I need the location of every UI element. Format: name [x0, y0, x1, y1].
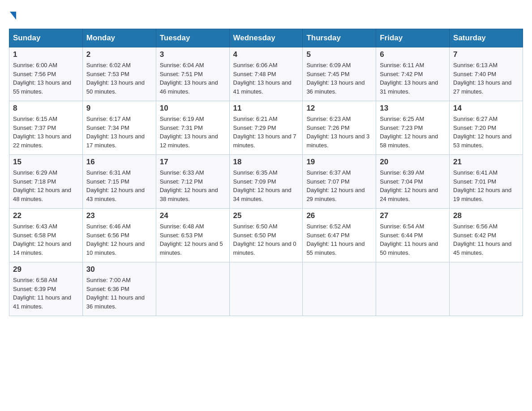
- calendar-cell: 11 Sunrise: 6:21 AMSunset: 7:29 PMDaylig…: [229, 101, 303, 155]
- day-number: 4: [233, 50, 299, 59]
- calendar-cell: 2 Sunrise: 6:02 AMSunset: 7:53 PMDayligh…: [82, 47, 156, 101]
- calendar-cell: 21 Sunrise: 6:41 AMSunset: 7:01 PMDaylig…: [450, 155, 523, 209]
- day-info: Sunrise: 6:58 AMSunset: 6:39 PMDaylight:…: [13, 276, 79, 311]
- header-monday: Monday: [82, 29, 156, 47]
- day-number: 17: [160, 158, 226, 167]
- logo-block: [9, 9, 16, 20]
- day-number: 9: [86, 104, 152, 113]
- day-number: 20: [380, 158, 446, 167]
- calendar-week-1: 1 Sunrise: 6:00 AMSunset: 7:56 PMDayligh…: [9, 47, 523, 101]
- calendar-week-5: 29 Sunrise: 6:58 AMSunset: 6:39 PMDaylig…: [9, 262, 523, 316]
- calendar-cell: 14 Sunrise: 6:27 AMSunset: 7:20 PMDaylig…: [450, 101, 523, 155]
- calendar-cell: 5 Sunrise: 6:09 AMSunset: 7:45 PMDayligh…: [303, 47, 376, 101]
- day-info: Sunrise: 6:02 AMSunset: 7:53 PMDaylight:…: [86, 61, 152, 96]
- calendar-cell: 25 Sunrise: 6:50 AMSunset: 6:50 PMDaylig…: [229, 209, 303, 262]
- day-info: Sunrise: 6:29 AMSunset: 7:18 PMDaylight:…: [13, 168, 79, 203]
- calendar-cell: 6 Sunrise: 6:11 AMSunset: 7:42 PMDayligh…: [376, 47, 450, 101]
- day-number: 6: [380, 50, 446, 59]
- day-info: Sunrise: 6:04 AMSunset: 7:51 PMDaylight:…: [160, 61, 226, 96]
- day-number: 27: [380, 211, 446, 220]
- day-info: Sunrise: 6:41 AMSunset: 7:01 PMDaylight:…: [453, 168, 519, 203]
- day-number: 1: [13, 50, 79, 59]
- calendar-header-row: SundayMondayTuesdayWednesdayThursdayFrid…: [9, 29, 523, 47]
- logo-arrow-icon: [10, 12, 16, 20]
- calendar-cell: 17 Sunrise: 6:33 AMSunset: 7:12 PMDaylig…: [156, 155, 229, 209]
- calendar-cell: 3 Sunrise: 6:04 AMSunset: 7:51 PMDayligh…: [156, 47, 229, 101]
- calendar-cell: 28 Sunrise: 6:56 AMSunset: 6:42 PMDaylig…: [450, 209, 523, 262]
- day-number: 15: [13, 158, 79, 167]
- calendar-cell: 20 Sunrise: 6:39 AMSunset: 7:04 PMDaylig…: [376, 155, 450, 209]
- header-wednesday: Wednesday: [229, 29, 303, 47]
- day-info: Sunrise: 6:00 AMSunset: 7:56 PMDaylight:…: [13, 61, 79, 96]
- day-info: Sunrise: 6:54 AMSunset: 6:44 PMDaylight:…: [380, 222, 446, 257]
- calendar-cell: 7 Sunrise: 6:13 AMSunset: 7:40 PMDayligh…: [450, 47, 523, 101]
- calendar-cell: [376, 262, 450, 316]
- day-info: Sunrise: 6:37 AMSunset: 7:07 PMDaylight:…: [306, 168, 372, 203]
- logo-top-row: [9, 9, 16, 20]
- day-number: 21: [453, 158, 519, 167]
- calendar-cell: 27 Sunrise: 6:54 AMSunset: 6:44 PMDaylig…: [376, 209, 450, 262]
- day-number: 19: [306, 158, 372, 167]
- day-info: Sunrise: 6:50 AMSunset: 6:50 PMDaylight:…: [233, 222, 299, 257]
- day-info: Sunrise: 6:15 AMSunset: 7:37 PMDaylight:…: [13, 115, 79, 150]
- calendar-table: SundayMondayTuesdayWednesdayThursdayFrid…: [9, 29, 523, 316]
- day-info: Sunrise: 6:25 AMSunset: 7:23 PMDaylight:…: [380, 115, 446, 150]
- day-info: Sunrise: 6:23 AMSunset: 7:26 PMDaylight:…: [306, 115, 372, 150]
- calendar-cell: 15 Sunrise: 6:29 AMSunset: 7:18 PMDaylig…: [9, 155, 83, 209]
- day-info: Sunrise: 6:46 AMSunset: 6:56 PMDaylight:…: [86, 222, 152, 257]
- day-number: 18: [233, 158, 299, 167]
- calendar-cell: [229, 262, 303, 316]
- calendar-cell: 19 Sunrise: 6:37 AMSunset: 7:07 PMDaylig…: [303, 155, 376, 209]
- logo: [9, 9, 16, 20]
- day-number: 7: [453, 50, 519, 59]
- calendar-cell: [156, 262, 229, 316]
- day-number: 16: [86, 158, 152, 167]
- day-info: Sunrise: 6:17 AMSunset: 7:34 PMDaylight:…: [86, 115, 152, 150]
- day-info: Sunrise: 6:43 AMSunset: 6:58 PMDaylight:…: [13, 222, 79, 257]
- calendar-cell: [303, 262, 376, 316]
- day-number: 28: [453, 211, 519, 220]
- day-number: 8: [13, 104, 79, 113]
- header-tuesday: Tuesday: [156, 29, 229, 47]
- calendar-cell: 23 Sunrise: 6:46 AMSunset: 6:56 PMDaylig…: [82, 209, 156, 262]
- header-friday: Friday: [376, 29, 450, 47]
- header-sunday: Sunday: [9, 29, 83, 47]
- day-info: Sunrise: 6:13 AMSunset: 7:40 PMDaylight:…: [453, 61, 519, 96]
- day-number: 26: [306, 211, 372, 220]
- day-info: Sunrise: 6:39 AMSunset: 7:04 PMDaylight:…: [380, 168, 446, 203]
- calendar-cell: 4 Sunrise: 6:06 AMSunset: 7:48 PMDayligh…: [229, 47, 303, 101]
- day-number: 12: [306, 104, 372, 113]
- day-info: Sunrise: 6:31 AMSunset: 7:15 PMDaylight:…: [86, 168, 152, 203]
- calendar-cell: 13 Sunrise: 6:25 AMSunset: 7:23 PMDaylig…: [376, 101, 450, 155]
- day-info: Sunrise: 6:35 AMSunset: 7:09 PMDaylight:…: [233, 168, 299, 203]
- calendar-cell: 10 Sunrise: 6:19 AMSunset: 7:31 PMDaylig…: [156, 101, 229, 155]
- calendar-cell: 1 Sunrise: 6:00 AMSunset: 7:56 PMDayligh…: [9, 47, 83, 101]
- calendar-week-4: 22 Sunrise: 6:43 AMSunset: 6:58 PMDaylig…: [9, 209, 523, 262]
- day-number: 24: [160, 211, 226, 220]
- day-info: Sunrise: 6:06 AMSunset: 7:48 PMDaylight:…: [233, 61, 299, 96]
- header-thursday: Thursday: [303, 29, 376, 47]
- day-info: Sunrise: 6:21 AMSunset: 7:29 PMDaylight:…: [233, 115, 299, 150]
- day-number: 30: [86, 265, 152, 274]
- day-info: Sunrise: 6:52 AMSunset: 6:47 PMDaylight:…: [306, 222, 372, 257]
- day-info: Sunrise: 6:11 AMSunset: 7:42 PMDaylight:…: [380, 61, 446, 96]
- day-info: Sunrise: 7:00 AMSunset: 6:36 PMDaylight:…: [86, 276, 152, 311]
- day-number: 11: [233, 104, 299, 113]
- calendar-week-3: 15 Sunrise: 6:29 AMSunset: 7:18 PMDaylig…: [9, 155, 523, 209]
- day-info: Sunrise: 6:33 AMSunset: 7:12 PMDaylight:…: [160, 168, 226, 203]
- day-number: 10: [160, 104, 226, 113]
- day-number: 29: [13, 265, 79, 274]
- day-info: Sunrise: 6:19 AMSunset: 7:31 PMDaylight:…: [160, 115, 226, 150]
- calendar-cell: 22 Sunrise: 6:43 AMSunset: 6:58 PMDaylig…: [9, 209, 83, 262]
- calendar-cell: 26 Sunrise: 6:52 AMSunset: 6:47 PMDaylig…: [303, 209, 376, 262]
- day-number: 14: [453, 104, 519, 113]
- day-number: 5: [306, 50, 372, 59]
- calendar-week-2: 8 Sunrise: 6:15 AMSunset: 7:37 PMDayligh…: [9, 101, 523, 155]
- day-number: 22: [13, 211, 79, 220]
- page-header: [9, 9, 523, 20]
- calendar-cell: 8 Sunrise: 6:15 AMSunset: 7:37 PMDayligh…: [9, 101, 83, 155]
- calendar-cell: 18 Sunrise: 6:35 AMSunset: 7:09 PMDaylig…: [229, 155, 303, 209]
- calendar-cell: 12 Sunrise: 6:23 AMSunset: 7:26 PMDaylig…: [303, 101, 376, 155]
- header-saturday: Saturday: [450, 29, 523, 47]
- day-number: 13: [380, 104, 446, 113]
